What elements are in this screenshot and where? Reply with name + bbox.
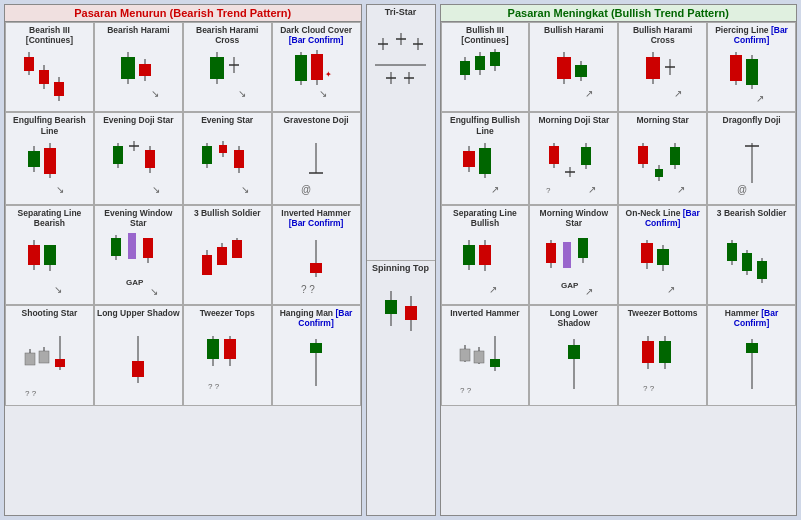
svg-rect-90 <box>25 353 35 365</box>
pattern-bullish-3: Bullish III [Continues] <box>441 22 530 112</box>
pattern-separating-bullish: Separating Line Bullish ↗ <box>441 205 530 305</box>
svg-text:↗: ↗ <box>674 88 682 99</box>
svg-rect-165 <box>463 151 475 167</box>
bearish-section: Pasaran Menurun (Bearish Trend Pattern) … <box>4 4 362 516</box>
svg-rect-234 <box>490 359 500 367</box>
svg-rect-200 <box>479 245 491 265</box>
pattern-engulfing-bullish: Engulfing Bullish Line ↗ <box>441 112 530 204</box>
svg-rect-208 <box>578 238 588 258</box>
pattern-evening-doji: Evening Doji Star ↘ <box>94 112 183 204</box>
svg-rect-65 <box>44 245 56 265</box>
svg-text:↗: ↗ <box>585 88 593 99</box>
pattern-morning-doji: Morning Doji Star ? ↗ <box>529 112 618 204</box>
pattern-hammer: Hammer [Bar Confirm] <box>707 305 796 405</box>
pattern-bullish-harami-cross: Bullish Harami Cross ↗ <box>618 22 707 112</box>
svg-rect-168 <box>479 148 491 174</box>
svg-rect-215 <box>657 249 669 265</box>
svg-text:? ?: ? ? <box>301 284 315 295</box>
pattern-dragonfly-doji: Dragonfly Doji @ <box>707 112 796 204</box>
middle-section: Tri-Star <box>366 4 436 516</box>
svg-text:?: ? <box>546 186 551 195</box>
svg-rect-35 <box>44 148 56 174</box>
svg-rect-222 <box>742 253 752 271</box>
bullish-grid: Bullish III [Continues] <box>441 22 797 406</box>
bullish-section: Pasaran Meningkat (Bullish Trend Pattern… <box>440 4 798 516</box>
spinning-top-cell: Spinning Top <box>367 261 435 516</box>
svg-rect-189 <box>670 147 680 165</box>
pattern-on-neck: On-Neck Line [Bar Confirm] ↗ <box>618 205 707 305</box>
svg-text:GAP: GAP <box>126 278 144 287</box>
svg-rect-17 <box>210 57 224 79</box>
svg-rect-147 <box>575 65 587 77</box>
svg-rect-231 <box>474 351 484 363</box>
svg-rect-151 <box>646 57 660 79</box>
svg-rect-228 <box>460 349 470 361</box>
pattern-morning-star: Morning Star ↗ <box>618 112 707 204</box>
svg-rect-24 <box>295 55 307 81</box>
svg-text:✦: ✦ <box>325 70 332 79</box>
svg-rect-32 <box>28 151 40 167</box>
bearish-header: Pasaran Menurun (Bearish Trend Pattern) <box>5 5 361 22</box>
svg-rect-93 <box>39 351 49 363</box>
pattern-inverted-hammer-bearish: Inverted Hammer [Bar Confirm] ? ? <box>272 205 361 305</box>
svg-rect-212 <box>641 243 653 263</box>
svg-rect-39 <box>113 146 123 164</box>
svg-rect-132 <box>405 306 417 320</box>
svg-rect-73 <box>143 238 153 258</box>
svg-text:↘: ↘ <box>54 284 62 295</box>
svg-rect-129 <box>385 300 397 314</box>
svg-text:↗: ↗ <box>489 284 497 295</box>
svg-rect-197 <box>463 245 475 265</box>
pattern-gravestone-doji: Gravestone Doji @ <box>272 112 361 204</box>
svg-rect-138 <box>475 56 485 70</box>
svg-rect-161 <box>746 59 758 85</box>
svg-rect-141 <box>490 52 500 66</box>
svg-rect-7 <box>54 82 64 96</box>
svg-text:↘: ↘ <box>151 88 159 99</box>
svg-text:↗: ↗ <box>756 93 764 104</box>
pattern-bearish-harami: Bearish Harami ↘ <box>94 22 183 112</box>
pattern-piercing-line: Piercing Line [Bar Confirm] ↗ <box>707 22 796 112</box>
svg-text:↘: ↘ <box>56 184 64 195</box>
svg-rect-103 <box>207 339 219 359</box>
svg-rect-238 <box>568 345 580 359</box>
svg-rect-158 <box>730 55 742 81</box>
svg-text:@: @ <box>301 184 311 195</box>
svg-text:↘: ↘ <box>152 184 160 195</box>
svg-rect-13 <box>139 64 151 76</box>
bearish-grid: Bearish III[Continues] <box>5 22 361 406</box>
svg-rect-49 <box>202 146 212 164</box>
svg-rect-27 <box>311 54 323 80</box>
svg-rect-77 <box>202 255 212 275</box>
pattern-hanging-man: Hanging Man [Bar Confirm] <box>272 305 361 405</box>
svg-text:GAP: GAP <box>561 281 579 290</box>
svg-text:↘: ↘ <box>238 88 246 99</box>
pattern-evening-window: Evening Window Star GAP ↘ <box>94 205 183 305</box>
pattern-engulfing-bearish: Engulfing Bearish Line ↘ <box>5 112 94 204</box>
bullish-header: Pasaran Meningkat (Bullish Trend Pattern… <box>441 5 797 22</box>
svg-text:↗: ↗ <box>588 184 596 195</box>
svg-rect-86 <box>310 263 322 273</box>
svg-rect-186 <box>655 169 663 177</box>
pattern-shooting-star: Shooting Star ? ? <box>5 305 94 405</box>
svg-rect-4 <box>39 70 49 84</box>
pattern-inverted-hammer-bullish: Inverted Hammer ? ? <box>441 305 530 405</box>
svg-rect-83 <box>232 240 242 258</box>
svg-text:? ?: ? ? <box>208 382 220 391</box>
pattern-3-bearish-soldier: 3 Bearish Soldier <box>707 205 796 305</box>
pattern-bearish-3: Bearish III[Continues] <box>5 22 94 112</box>
svg-text:↗: ↗ <box>491 184 499 195</box>
svg-rect-178 <box>581 147 591 165</box>
svg-rect-219 <box>727 243 737 261</box>
svg-rect-248 <box>746 343 758 353</box>
svg-text:↗: ↗ <box>667 284 675 295</box>
pattern-long-upper-shadow: Long Upper Shadow <box>94 305 183 405</box>
svg-rect-225 <box>757 261 767 279</box>
svg-rect-52 <box>219 145 227 153</box>
svg-rect-106 <box>224 339 236 359</box>
svg-rect-96 <box>55 359 65 367</box>
svg-text:↗: ↗ <box>677 184 685 195</box>
svg-rect-135 <box>460 61 470 75</box>
svg-text:? ?: ? ? <box>460 386 472 395</box>
svg-rect-204 <box>546 243 556 263</box>
